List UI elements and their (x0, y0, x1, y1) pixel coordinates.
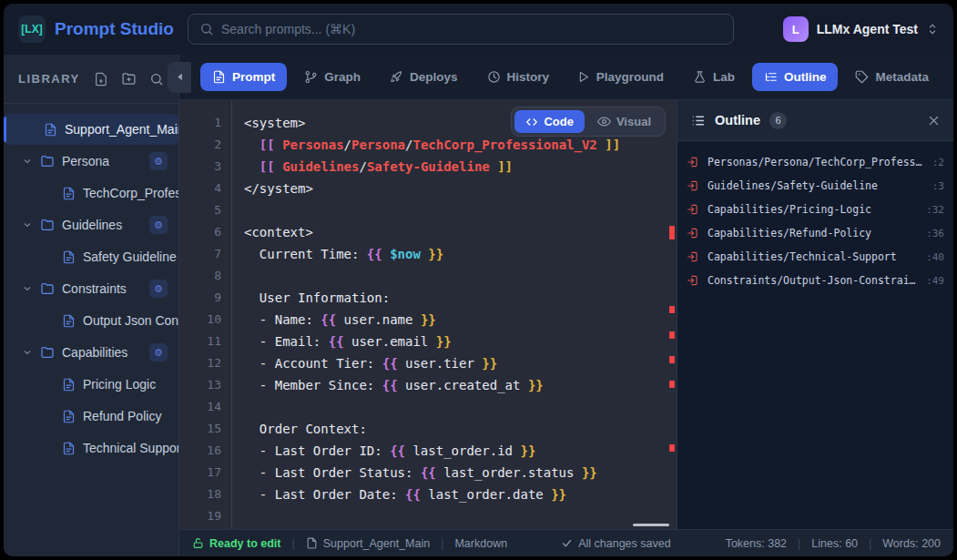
code-text: - Last Order Date: {{ last_order.date }} (221, 484, 566, 505)
file-icon (212, 70, 226, 84)
code-text: - Last Order Status: {{ last_order.statu… (221, 462, 597, 484)
tree-file-technical-support[interactable]: Technical Support (4, 433, 178, 463)
current-file: Support_Agent_Main (306, 537, 430, 550)
code-text: Current Time: {{ $now }} (221, 243, 443, 265)
tree-folder-capabilities[interactable]: Capabilities⚙ (4, 337, 178, 368)
sidebar-collapse-button[interactable] (168, 62, 191, 93)
tab-graph[interactable]: Graph (292, 63, 372, 91)
tree-folder-guidelines[interactable]: Guidelines⚙ (4, 209, 178, 240)
line-number: 18 (179, 484, 221, 505)
tab-label: Playground (596, 70, 664, 84)
outline-item[interactable]: Constraints/Output-Json-Constrai…:49 (687, 270, 944, 290)
tree-file-output-json-const[interactable]: Output Json Const (4, 305, 178, 336)
code-text: User Information: (221, 287, 390, 309)
panel-tab-metadata[interactable]: Metadata (843, 63, 941, 91)
chevron-down-icon[interactable] (22, 347, 33, 358)
separator: | (869, 537, 871, 550)
chevron-down-icon[interactable] (22, 219, 33, 230)
tree-file-pricing-logic[interactable]: Pricing Logic (4, 369, 178, 400)
code-editor[interactable]: 1<system>2 [[ Personas/Persona/TechCorp_… (179, 100, 677, 529)
panel-tab-lab[interactable]: Lab (681, 63, 747, 91)
tree-item-label: Persona (62, 154, 142, 168)
outline-item[interactable]: Guidelines/Safety-Guideline:3 (687, 176, 944, 196)
stat-words: Words: 200 (882, 537, 941, 550)
tab-label: Outline (784, 70, 827, 84)
panel-tab-playground[interactable]: Playground (565, 63, 676, 91)
code-line-17[interactable]: 17 - Last Order Status: {{ last_order.st… (179, 462, 677, 484)
code-line-10[interactable]: 10 - Name: {{ user.name }} (179, 309, 677, 331)
close-icon[interactable] (927, 114, 941, 127)
code-text: [[ Guidelines/Safety-Guideline ]] (221, 156, 513, 178)
code-line-9[interactable]: 9 User Information: (179, 287, 677, 309)
gear-icon[interactable]: ⚙ (149, 280, 168, 298)
line-number: 3 (179, 156, 221, 178)
outline-item[interactable]: Capabilities/Refund-Policy:36 (687, 223, 944, 243)
code-view-button[interactable]: Code (514, 110, 585, 133)
outline-item[interactable]: Capabilities/Pricing-Logic:32 (687, 199, 944, 219)
code-line-18[interactable]: 18 - Last Order Date: {{ last_order.date… (179, 484, 677, 505)
outline-item[interactable]: Capabilities/Technical-Support:40 (687, 247, 944, 267)
chevron-down-icon[interactable] (22, 283, 33, 294)
line-number: 19 (179, 505, 221, 527)
code-line-13[interactable]: 13 - Member Since: {{ user.created_at }} (179, 374, 677, 396)
horizontal-scrollbar[interactable] (633, 524, 669, 526)
new-folder-icon[interactable] (121, 71, 137, 87)
code-pane[interactable]: 1<system>2 [[ Personas/Persona/TechCorp_… (179, 100, 677, 529)
panel-tab-outline[interactable]: Outline (752, 63, 839, 91)
code-line-3[interactable]: 3 [[ Guidelines/Safety-Guideline ]] (179, 156, 677, 178)
tree-item-label: TechCorp_Profess (83, 186, 178, 200)
code-line-14[interactable]: 14 (179, 396, 677, 418)
code-line-7[interactable]: 7 Current Time: {{ $now }} (179, 243, 677, 265)
folder-icon (40, 154, 55, 168)
gear-icon[interactable]: ⚙ (149, 152, 168, 170)
rocket-icon (390, 70, 403, 84)
code-line-11[interactable]: 11 - Email: {{ user.email }} (179, 331, 677, 352)
tree-folder-constraints[interactable]: Constraints⚙ (4, 273, 178, 304)
tree-file-safety-guideline[interactable]: Safety Guideline (4, 241, 178, 272)
code-text (221, 265, 244, 287)
code-line-16[interactable]: 16 - Last Order ID: {{ last_order.id }} (179, 440, 677, 462)
code-line-5[interactable]: 5 (179, 199, 677, 221)
app-logo[interactable]: [LX] Prompt Studio (18, 15, 188, 43)
code-text: [[ Personas/Persona/TechCorp_Professiona… (221, 134, 620, 156)
code-text: - Account Tier: {{ user.tier }} (221, 352, 497, 374)
line-number: 6 (179, 221, 221, 243)
top-bar: [LX] Prompt Studio L LLMx Agent Test (4, 4, 953, 55)
code-line-2[interactable]: 2 [[ Personas/Persona/TechCorp_Professio… (179, 134, 677, 156)
gear-icon[interactable]: ⚙ (149, 216, 168, 234)
code-line-8[interactable]: 8 (179, 265, 677, 287)
chevrons-up-down-icon (926, 23, 939, 36)
file-icon (62, 442, 76, 455)
outline-list: Personas/Persona/TechCorp_Profess…:2Guid… (677, 141, 953, 301)
gear-icon[interactable]: ⚙ (149, 343, 168, 361)
new-file-icon[interactable] (94, 72, 108, 87)
sidebar-search-icon[interactable] (149, 72, 164, 87)
search-icon (199, 22, 214, 36)
code-line-6[interactable]: 6<context> (179, 221, 677, 243)
reference-icon (687, 250, 699, 263)
reference-icon (687, 156, 699, 168)
outline-title: Outline (715, 113, 760, 127)
code-line-4[interactable]: 4</system> (179, 178, 677, 199)
code-line-12[interactable]: 12 - Account Tier: {{ user.tier }} (179, 352, 677, 374)
file-format: Markdown (454, 537, 507, 550)
clock-icon (487, 70, 501, 84)
line-number: 10 (179, 309, 221, 331)
outline-item[interactable]: Personas/Persona/TechCorp_Profess…:2 (687, 152, 944, 172)
line-number: 5 (179, 199, 221, 221)
search-input[interactable] (221, 22, 722, 36)
tree-file-techcorp-profess[interactable]: TechCorp_Profess (4, 178, 178, 209)
visual-view-button[interactable]: Visual (586, 110, 662, 133)
tree-folder-persona[interactable]: Persona⚙ (4, 146, 178, 177)
chevron-down-icon[interactable] (22, 156, 33, 167)
tab-deploys[interactable]: Deploys (378, 63, 470, 91)
tree-file-support-agent-main[interactable]: Support_Agent_Main (4, 114, 178, 145)
tab-prompt[interactable]: Prompt (200, 63, 287, 91)
code-line-19[interactable]: 19 (179, 505, 677, 527)
save-status: All changes saved (561, 537, 670, 550)
tab-history[interactable]: History (475, 63, 562, 91)
search-box[interactable] (188, 14, 734, 45)
tree-file-refund-policy[interactable]: Refund Policy (4, 401, 178, 432)
code-line-15[interactable]: 15 Order Context: (179, 418, 677, 440)
user-menu[interactable]: L LLMx Agent Test (783, 16, 939, 42)
